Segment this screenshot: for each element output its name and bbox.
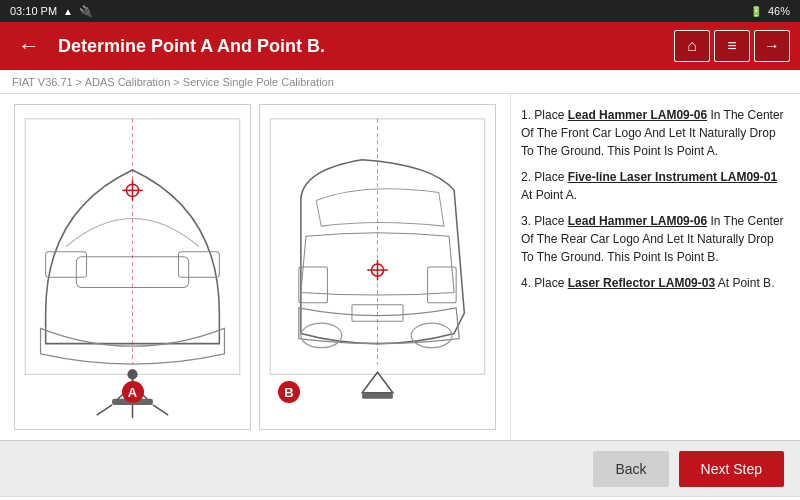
page-title: Determine Point A And Point B. <box>58 36 664 57</box>
badge-b: B <box>278 381 300 403</box>
status-bar: 03:10 PM 🔌 🔋 46% <box>0 0 800 22</box>
instruction-step4: 4. Place Laser Reflector LAM09-03 At Poi… <box>521 274 786 292</box>
step2-link: Five-line Laser Instrument LAM09-01 <box>568 170 777 184</box>
footer: Fiat <box>0 496 800 500</box>
forward-button[interactable]: → <box>754 30 790 62</box>
svg-rect-25 <box>362 393 393 399</box>
diagram-point-b: B <box>259 104 496 430</box>
step1-link: Lead Hammer LAM09-06 <box>568 108 707 122</box>
instructions-section: 1. Place Lead Hammer LAM09-06 In The Cen… <box>510 94 800 440</box>
step3-link: Lead Hammer LAM09-06 <box>568 214 707 228</box>
battery-level: 46% <box>768 5 790 17</box>
header-icons: ⌂ ≡ → <box>674 30 790 62</box>
main-content: A <box>0 94 800 440</box>
instruction-step3: 3. Place Lead Hammer LAM09-06 In The Cen… <box>521 212 786 266</box>
svg-marker-24 <box>362 372 393 392</box>
status-right: 🔋 46% <box>750 5 790 17</box>
diagrams-section: A <box>0 94 510 440</box>
home-button[interactable]: ⌂ <box>674 30 710 62</box>
badge-a: A <box>122 381 144 403</box>
svg-point-11 <box>127 369 137 379</box>
next-step-button[interactable]: Next Step <box>679 451 784 487</box>
diagram-point-a: A <box>14 104 251 430</box>
header: ← Determine Point A And Point B. ⌂ ≡ → <box>0 22 800 70</box>
time-display: 03:10 PM <box>10 5 57 17</box>
instruction-step1: 1. Place Lead Hammer LAM09-06 In The Cen… <box>521 106 786 160</box>
bottom-bar: Back Next Step <box>0 440 800 496</box>
header-back-button[interactable]: ← <box>10 29 48 63</box>
usb-icon: 🔌 <box>79 5 93 18</box>
step4-link: Laser Reflector LAM09-03 <box>568 276 715 290</box>
doc-button[interactable]: ≡ <box>714 30 750 62</box>
svg-line-13 <box>97 405 112 415</box>
status-left: 03:10 PM 🔌 <box>10 5 93 18</box>
wifi-icon <box>63 5 73 17</box>
battery-icon: 🔋 <box>750 6 762 17</box>
instruction-step2: 2. Place Five-line Laser Instrument LAM0… <box>521 168 786 204</box>
back-button[interactable]: Back <box>593 451 668 487</box>
svg-line-14 <box>153 405 168 415</box>
breadcrumb-text: FIAT V36.71 > ADAS Calibration > Service… <box>12 76 334 88</box>
breadcrumb: FIAT V36.71 > ADAS Calibration > Service… <box>0 70 800 94</box>
